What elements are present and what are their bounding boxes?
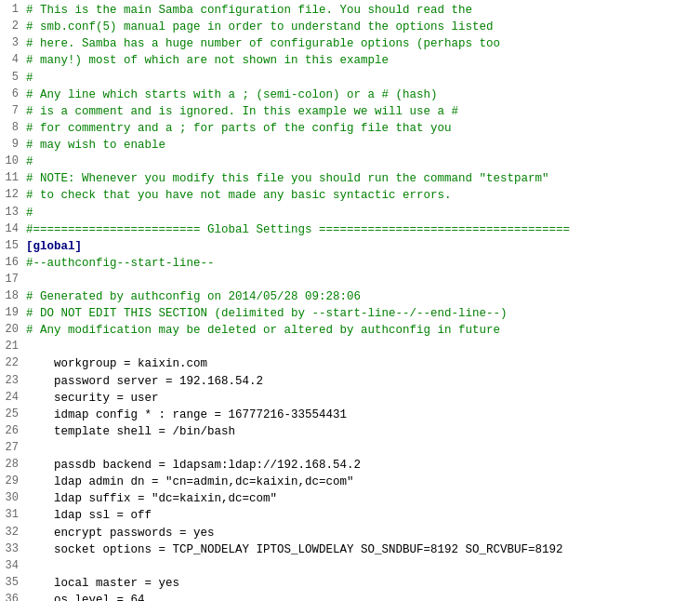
line-content: passdb backend = ldapsam:ldap://192.168.…	[26, 457, 700, 474]
line-content: # Any line which starts with a ; (semi-c…	[26, 87, 700, 103]
code-line: 18# Generated by authconfig on 2014/05/2…	[0, 288, 700, 305]
code-line: 24 security = user	[0, 390, 700, 407]
code-line: 6# Any line which starts with a ; (semi-…	[0, 87, 700, 103]
line-number: 16	[0, 255, 26, 271]
line-content: # smb.conf(5) manual page in order to un…	[26, 19, 700, 35]
line-number: 28	[0, 457, 26, 473]
code-line: 4# many!) most of which are not shown in…	[0, 52, 700, 69]
line-number: 22	[0, 355, 26, 371]
line-number: 12	[0, 187, 26, 203]
line-number: 2	[0, 19, 26, 34]
line-content: os level = 64	[26, 592, 700, 601]
line-content: # is a comment and is ignored. In this e…	[26, 103, 700, 120]
code-line: 13#	[0, 205, 700, 221]
line-content: socket options = TCP_NODELAY IPTOS_LOWDE…	[26, 541, 700, 558]
line-content: ldap suffix = "dc=kaixin,dc=com"	[26, 490, 700, 507]
line-number: 17	[0, 272, 26, 287]
code-line: 11# NOTE: Whenever you modify this file …	[0, 170, 700, 187]
line-number: 34	[0, 558, 26, 574]
code-line: 29 ldap admin dn = "cn=admin,dc=kaixin,d…	[0, 474, 700, 490]
line-number: 27	[0, 440, 26, 456]
code-line: 9# may wish to enable	[0, 137, 700, 154]
line-number: 23	[0, 373, 26, 389]
code-line: 35 local master = yes	[0, 575, 700, 592]
line-number: 6	[0, 87, 26, 102]
line-number: 31	[0, 507, 26, 523]
code-line: 16#--authconfig--start-line--	[0, 255, 700, 272]
code-line: 10#	[0, 154, 700, 170]
code-line: 19# DO NOT EDIT THIS SECTION (delimited …	[0, 305, 700, 322]
code-line: 26 template shell = /bin/bash	[0, 423, 700, 440]
line-content: # DO NOT EDIT THIS SECTION (delimited by…	[26, 305, 700, 322]
line-content: # here. Samba has a huge number of confi…	[26, 35, 700, 52]
line-number: 32	[0, 525, 26, 541]
line-content: # many!) most of which are not shown in …	[26, 52, 700, 69]
line-number: 35	[0, 575, 26, 591]
code-line: 2# smb.conf(5) manual page in order to u…	[0, 19, 700, 35]
line-number: 33	[0, 541, 26, 557]
code-editor: 1# This is the main Samba configuration …	[0, 0, 700, 601]
line-number: 36	[0, 592, 26, 601]
line-content: local master = yes	[26, 575, 700, 592]
line-number: 14	[0, 221, 26, 237]
line-content: # NOTE: Whenever you modify this file yo…	[26, 170, 700, 187]
line-number: 7	[0, 103, 26, 119]
line-number: 20	[0, 322, 26, 338]
line-number: 10	[0, 154, 26, 169]
line-number: 15	[0, 238, 26, 254]
code-line: 3# here. Samba has a huge number of conf…	[0, 35, 700, 52]
line-content: encrypt passwords = yes	[26, 525, 700, 541]
code-line: 1# This is the main Samba configuration …	[0, 2, 700, 19]
line-number: 3	[0, 35, 26, 51]
line-content: #	[26, 154, 700, 170]
code-line: 7# is a comment and is ignored. In this …	[0, 103, 700, 120]
code-line: 31 ldap ssl = off	[0, 507, 700, 524]
line-number: 29	[0, 474, 26, 489]
line-content: workgroup = kaixin.com	[26, 355, 700, 372]
line-content: security = user	[26, 390, 700, 407]
code-line: 8# for commentry and a ; for parts of th…	[0, 120, 700, 137]
line-content: ldap admin dn = "cn=admin,dc=kaixin,dc=c…	[26, 474, 700, 490]
line-content: password server = 192.168.54.2	[26, 373, 700, 390]
code-line: 22 workgroup = kaixin.com	[0, 355, 700, 372]
line-number: 18	[0, 288, 26, 304]
line-content: [global]	[26, 238, 700, 255]
line-content: # This is the main Samba configuration f…	[26, 2, 700, 19]
code-line: 12# to check that you have not made any …	[0, 187, 700, 204]
line-content: #--authconfig--start-line--	[26, 255, 700, 272]
line-content: idmap config * : range = 16777216-335544…	[26, 407, 700, 423]
line-number: 8	[0, 120, 26, 136]
line-content: # to check that you have not made any ba…	[26, 187, 700, 204]
code-line: 25 idmap config * : range = 16777216-335…	[0, 407, 700, 423]
code-line: 32 encrypt passwords = yes	[0, 525, 700, 541]
line-content: # Any modification may be deleted or alt…	[26, 322, 700, 339]
line-number: 25	[0, 407, 26, 422]
line-number: 21	[0, 339, 26, 354]
line-content: #======================== Global Setting…	[26, 221, 700, 238]
line-content: template shell = /bin/bash	[26, 423, 700, 440]
line-content: # may wish to enable	[26, 137, 700, 154]
line-number: 26	[0, 423, 26, 439]
code-line: 36 os level = 64	[0, 592, 700, 601]
line-number: 1	[0, 2, 26, 18]
line-number: 9	[0, 137, 26, 153]
code-line: 34	[0, 558, 700, 575]
line-content: #	[26, 70, 700, 87]
code-line: 23 password server = 192.168.54.2	[0, 373, 700, 390]
line-number: 30	[0, 490, 26, 506]
line-number: 5	[0, 70, 26, 86]
line-content: ldap ssl = off	[26, 507, 700, 524]
code-line: 21	[0, 339, 700, 355]
line-content: # Generated by authconfig on 2014/05/28 …	[26, 288, 700, 305]
code-line: 30 ldap suffix = "dc=kaixin,dc=com"	[0, 490, 700, 507]
code-line: 14#======================== Global Setti…	[0, 221, 700, 238]
line-number: 13	[0, 205, 26, 220]
code-line: 33 socket options = TCP_NODELAY IPTOS_LO…	[0, 541, 700, 558]
code-line: 28 passdb backend = ldapsam:ldap://192.1…	[0, 457, 700, 474]
line-number: 24	[0, 390, 26, 406]
code-line: 20# Any modification may be deleted or a…	[0, 322, 700, 339]
line-number: 19	[0, 305, 26, 321]
code-line: 27	[0, 440, 700, 457]
line-number: 4	[0, 52, 26, 68]
code-line: 5#	[0, 70, 700, 87]
